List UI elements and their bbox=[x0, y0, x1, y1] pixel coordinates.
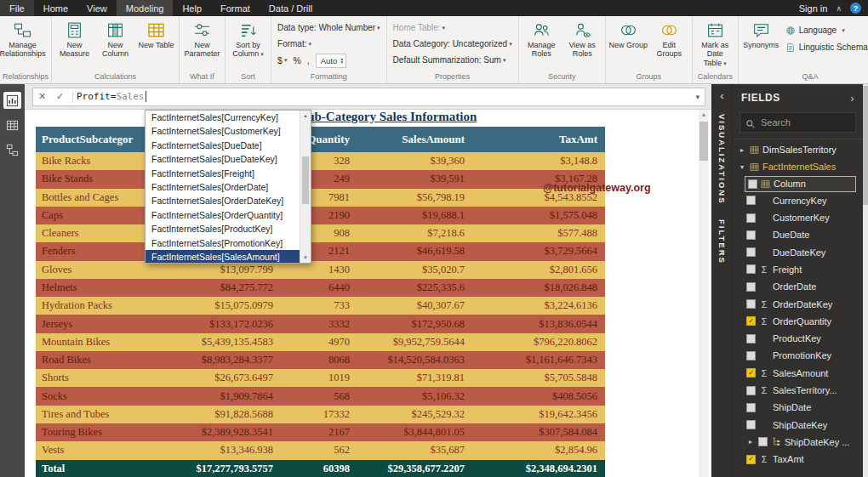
table-cell[interactable]: $46,619.58 bbox=[357, 242, 472, 260]
table-cell[interactable]: $5,106.32 bbox=[357, 387, 472, 405]
table-cell[interactable]: $2,801.656 bbox=[472, 261, 605, 279]
tab-file[interactable]: File bbox=[0, 0, 34, 16]
fields-table-factinternetsales[interactable]: ▾FactInternetSales bbox=[733, 158, 863, 175]
field-shipdatekey-hierarchy[interactable]: ▸ShipDateKey ... bbox=[733, 434, 863, 451]
table-cell[interactable]: 60398 bbox=[281, 460, 357, 477]
table-cell[interactable]: Caps bbox=[36, 207, 149, 224]
table-cell[interactable]: 733 bbox=[281, 297, 357, 315]
table-cell[interactable]: $3,224.6136 bbox=[472, 297, 605, 315]
field-checkbox[interactable] bbox=[746, 403, 756, 412]
column-header-taxamt[interactable]: TaxAmt bbox=[472, 127, 605, 152]
table-cell[interactable]: $1,575.048 bbox=[472, 207, 605, 224]
table-cell[interactable]: Touring Bikes bbox=[36, 423, 149, 441]
table-cell[interactable]: Jerseys bbox=[36, 315, 149, 332]
data-category-dropdown[interactable]: Data Category: Uncategorized▾ bbox=[390, 37, 516, 51]
table-cell[interactable]: $1,161,646.7343 bbox=[472, 351, 605, 369]
field-new-column[interactable]: Column bbox=[745, 176, 856, 192]
autocomplete-item[interactable]: FactInternetSales[CurrencyKey] bbox=[146, 111, 300, 124]
expand-panel-icon[interactable]: ‹ bbox=[720, 89, 723, 102]
sign-in-button[interactable]: Sign in bbox=[799, 3, 828, 14]
field-checkbox[interactable] bbox=[758, 437, 768, 446]
data-view-icon[interactable] bbox=[3, 116, 21, 133]
new-group-button[interactable]: New Group bbox=[608, 18, 648, 49]
field-shipdatekey[interactable]: ShipDateKey bbox=[733, 416, 863, 433]
table-cell[interactable]: 17332 bbox=[281, 406, 357, 423]
sort-by-column-button[interactable]: Sort by Column▾ bbox=[228, 18, 268, 59]
table-cell[interactable]: $40,307.67 bbox=[357, 297, 472, 315]
field-duedatekey[interactable]: DueDateKey bbox=[733, 243, 863, 260]
view-as-roles-button[interactable]: View as Roles bbox=[562, 18, 602, 59]
autocomplete-item[interactable]: FactInternetSales[OrderDate] bbox=[146, 180, 300, 194]
table-cell[interactable]: $2,854.96 bbox=[472, 441, 605, 459]
field-freight[interactable]: ΣFreight bbox=[733, 261, 863, 278]
table-cell[interactable]: $19,642.3456 bbox=[472, 406, 605, 423]
collapse-fields-icon[interactable]: › bbox=[850, 92, 854, 105]
table-cell[interactable]: $577.488 bbox=[472, 224, 605, 242]
table-cell[interactable]: $13,346.938 bbox=[149, 441, 281, 459]
table-cell[interactable]: Bike Racks bbox=[36, 152, 149, 170]
language-dropdown[interactable]: Language▾ bbox=[782, 23, 868, 37]
new-table-button[interactable]: New Table bbox=[136, 18, 176, 49]
field-checkbox[interactable] bbox=[746, 264, 756, 274]
help-icon[interactable]: ? bbox=[850, 3, 861, 14]
collapse-ribbon-icon[interactable]: ∧ bbox=[836, 4, 842, 13]
table-cell[interactable]: $2,348,694.2301 bbox=[472, 460, 605, 477]
table-cell[interactable]: $56,798.19 bbox=[357, 189, 472, 207]
thousands-separator-button[interactable]: , bbox=[307, 55, 310, 65]
table-cell[interactable]: $15,075.0979 bbox=[149, 297, 281, 315]
field-checkbox[interactable]: ✓ bbox=[746, 455, 756, 464]
currency-format-button[interactable]: $▾ bbox=[277, 55, 287, 65]
field-orderquantity[interactable]: ✓ΣOrderQuantity bbox=[733, 313, 863, 330]
field-checkbox[interactable] bbox=[746, 282, 756, 292]
edit-groups-button[interactable]: Edit Groups bbox=[649, 18, 689, 59]
table-cell[interactable]: $245,529.32 bbox=[357, 406, 472, 423]
column-header-salesamount[interactable]: SalesAmount bbox=[357, 127, 472, 152]
table-cell[interactable]: $35,687 bbox=[357, 441, 472, 459]
report-view-icon[interactable] bbox=[3, 92, 21, 109]
model-view-icon[interactable] bbox=[3, 141, 21, 158]
canvas-scrollbar[interactable]: ▲ bbox=[699, 110, 709, 477]
table-cell[interactable]: $3,729.5664 bbox=[472, 242, 605, 260]
tab-home[interactable]: Home bbox=[34, 0, 77, 16]
table-cell[interactable]: $172,950.68 bbox=[357, 315, 472, 332]
table-cell[interactable]: $35,020.7 bbox=[357, 261, 472, 279]
table-cell[interactable]: Gloves bbox=[36, 261, 149, 279]
scrollbar-thumb[interactable] bbox=[700, 122, 708, 161]
formula-input[interactable]: Profit = Sales bbox=[77, 91, 146, 102]
table-cell[interactable]: $18,026.848 bbox=[472, 279, 605, 297]
field-customerkey[interactable]: CustomerKey bbox=[733, 209, 863, 226]
format-dropdown[interactable]: Format:▾ bbox=[274, 37, 315, 51]
table-cell[interactable]: $408.5056 bbox=[472, 387, 605, 405]
scroll-up-icon[interactable]: ▲ bbox=[300, 111, 311, 121]
field-checkbox[interactable]: ✓ bbox=[746, 316, 756, 326]
formula-expand-icon[interactable]: ▾ bbox=[695, 93, 705, 101]
field-checkbox[interactable] bbox=[746, 299, 756, 309]
field-checkbox[interactable] bbox=[746, 420, 756, 429]
table-cell[interactable]: 1019 bbox=[281, 369, 357, 387]
visualizations-panel-tab[interactable]: VISUALIZATIONS bbox=[717, 114, 727, 204]
table-cell[interactable]: $19,688.1 bbox=[357, 207, 472, 224]
field-currencykey[interactable]: CurrencyKey bbox=[733, 192, 863, 209]
chevron-down-icon[interactable]: ▾ bbox=[738, 163, 746, 171]
table-cell[interactable]: $26,673.6497 bbox=[149, 369, 281, 387]
table-cell[interactable]: $3,844,801.05 bbox=[357, 423, 472, 441]
fields-scrollbar[interactable] bbox=[863, 84, 868, 477]
autocomplete-item[interactable]: FactInternetSales[PromotionKey] bbox=[146, 236, 300, 250]
autocomplete-item[interactable]: FactInternetSales[OrderDateKey] bbox=[146, 194, 300, 207]
table-cell[interactable]: $5,439,135.4583 bbox=[149, 333, 281, 351]
commit-formula-icon[interactable]: ✓ bbox=[51, 91, 69, 102]
table-cell[interactable]: Bottles and Cages bbox=[36, 189, 149, 207]
fields-table-dimsalesterritory[interactable]: ▸DimSalesTerritory bbox=[733, 141, 863, 158]
table-cell[interactable]: Bike Stands bbox=[36, 170, 149, 188]
table-cell[interactable]: Socks bbox=[36, 387, 149, 405]
field-checkbox[interactable]: ✓ bbox=[746, 368, 756, 378]
table-cell[interactable]: $3,148.8 bbox=[472, 152, 605, 170]
table-cell[interactable]: $71,319.81 bbox=[357, 369, 472, 387]
field-duedate[interactable]: DueDate bbox=[733, 226, 863, 243]
scroll-down-icon[interactable]: ▼ bbox=[300, 253, 311, 263]
table-cell[interactable]: Helmets bbox=[36, 279, 149, 297]
field-promotionkey[interactable]: PromotionKey bbox=[733, 347, 863, 364]
fields-search-input[interactable]: Search bbox=[740, 112, 856, 133]
table-cell[interactable]: $14,520,584.0363 bbox=[357, 351, 472, 369]
table-cell[interactable]: $225,335.6 bbox=[357, 279, 472, 297]
